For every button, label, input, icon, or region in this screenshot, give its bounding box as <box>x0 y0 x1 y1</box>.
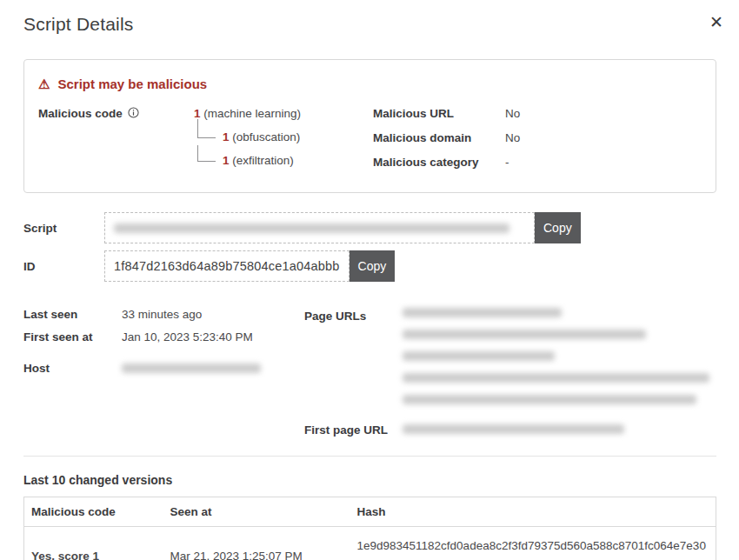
tree-child-label: (exfiltration) <box>232 154 294 167</box>
id-label: ID <box>23 260 104 273</box>
id-row: ID 1f847d2163d64a89b75804ce1a04abbb Copy <box>23 250 716 282</box>
version-hash: 1e9d983451182cfd0adea8c2f3fd79375d560a58… <box>350 527 716 560</box>
redacted-first-page-url <box>403 424 624 434</box>
versions-heading: Last 10 changed versions <box>23 473 716 487</box>
copy-script-button[interactable]: Copy <box>535 212 581 243</box>
tree-child-label: (obfuscation) <box>232 130 300 143</box>
tree-child-node: 1 (obfuscation) <box>194 130 301 145</box>
warning-heading-text: Script may be malicious <box>57 77 207 91</box>
warning-triangle-icon: ⚠ <box>38 77 50 90</box>
tree-child-score: 1 <box>223 154 230 167</box>
page-urls-label: Page URLs <box>304 308 403 417</box>
redacted-page-url <box>403 351 555 361</box>
close-icon[interactable]: ✕ <box>704 9 729 36</box>
malicious-code-label: Malicious code <box>38 107 123 120</box>
first-seen-value: Jan 10, 2023 5:23:40 PM <box>122 330 253 343</box>
page-title: Script Details <box>23 14 716 35</box>
first-page-url-row: First page URL <box>304 422 716 437</box>
tree-child-node: 1 (exfiltration) <box>194 153 301 169</box>
column-header-malicious-code: Malicious code <box>24 497 163 527</box>
column-header-hash: Hash <box>350 497 716 527</box>
first-seen-label: First seen at <box>23 330 122 343</box>
malicious-category-value: - <box>505 156 509 169</box>
last-seen-value: 33 minutes ago <box>122 308 202 321</box>
script-value-box <box>104 212 535 243</box>
version-seen-at: Mar 21, 2023 1:25:07 PM <box>163 527 350 560</box>
tree-root-score: 1 <box>194 107 201 120</box>
malicious-domain-value: No <box>505 131 520 144</box>
tree-root-label: (machine learning) <box>203 107 301 120</box>
redacted-page-url <box>403 373 709 383</box>
malicious-code-score-tree: 1 (machine learning) 1 (obfuscation) 1 (… <box>194 106 301 180</box>
page-urls-row: Page URLs <box>304 308 716 417</box>
warning-heading: ⚠ Script may be malicious <box>38 77 702 91</box>
table-header-row: Malicious code Seen at Hash <box>24 497 716 527</box>
host-label: Host <box>23 362 122 375</box>
id-value: 1f847d2163d64a89b75804ce1a04abbb <box>114 259 340 273</box>
last-seen-row: Last seen 33 minutes ago <box>23 308 304 321</box>
first-seen-row: First seen at Jan 10, 2023 5:23:40 PM <box>23 330 304 343</box>
redacted-script-url <box>114 223 509 233</box>
first-page-url-label: First page URL <box>304 422 403 437</box>
copy-id-button[interactable]: Copy <box>350 250 396 282</box>
malicious-url-label: Malicious URL <box>373 107 505 120</box>
redacted-page-url <box>403 330 646 339</box>
malicious-warning-card: ⚠ Script may be malicious Malicious code… <box>23 59 716 193</box>
script-label: Script <box>23 222 104 235</box>
last-seen-label: Last seen <box>23 308 122 321</box>
host-row: Host <box>23 362 304 375</box>
info-icon[interactable] <box>128 106 139 122</box>
version-malicious-code: Yes, score 1 <box>24 527 163 560</box>
meta-section: Last seen 33 minutes ago First seen at J… <box>23 308 716 437</box>
malicious-url-value: No <box>505 107 520 120</box>
section-divider <box>23 456 716 457</box>
table-row[interactable]: Yes, score 1 Mar 21, 2023 1:25:07 PM 1e9… <box>24 527 716 560</box>
tree-child-score: 1 <box>223 130 230 143</box>
malicious-domain-row: Malicious domain No <box>373 131 702 144</box>
versions-table: Malicious code Seen at Hash Yes, score 1… <box>23 497 716 560</box>
malicious-domain-label: Malicious domain <box>373 131 505 144</box>
redacted-host <box>122 363 261 373</box>
tree-root-node: 1 (machine learning) <box>194 106 301 122</box>
redacted-page-url <box>403 395 696 404</box>
script-row: Script Copy <box>23 212 716 243</box>
script-details-panel: Script Details ✕ ⚠ Script may be malicio… <box>0 0 739 560</box>
malicious-category-label: Malicious category <box>373 156 505 169</box>
id-value-box: 1f847d2163d64a89b75804ce1a04abbb <box>104 250 350 282</box>
malicious-category-row: Malicious category - <box>373 156 702 169</box>
column-header-seen-at: Seen at <box>163 497 350 527</box>
malicious-url-row: Malicious URL No <box>373 107 702 120</box>
redacted-page-url <box>403 308 562 317</box>
